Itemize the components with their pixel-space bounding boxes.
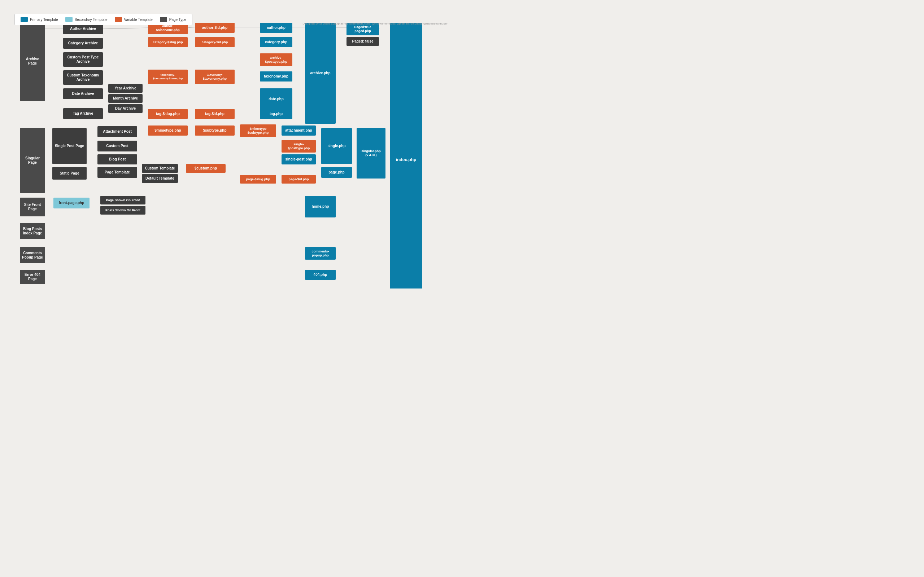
blog-posts-index-node: Blog Posts Index Page — [20, 223, 45, 239]
custom-post-type-archive-node: Custom Post Type Archive — [63, 52, 103, 67]
legend: Primary Template Secondary Template Vari… — [15, 14, 192, 25]
legend-variable-label: Variable Template — [124, 18, 153, 22]
single-post-php-node: single-post.php — [281, 154, 316, 164]
svg-line-10 — [188, 27, 195, 28]
404-php-node: 404.php — [305, 270, 336, 280]
legend-dark-color — [160, 17, 167, 22]
category-php-node: category.php — [260, 37, 292, 47]
legend-item-variable: Variable Template — [115, 17, 153, 22]
svg-line-33 — [379, 28, 390, 29]
custom-post-node: Custom Post — [97, 141, 137, 152]
default-template-node: Default Template — [142, 174, 178, 183]
svg-line-9 — [103, 28, 148, 29]
page-shown-on-front-node: Page Shown On Front — [100, 196, 145, 205]
page-template-node: Page Template — [97, 167, 137, 178]
single-post-page-node: Single Post Page — [52, 128, 87, 164]
category-id-node: category-$id.php — [195, 37, 234, 47]
attachment-post-node: Attachment Post — [97, 126, 137, 137]
legend-dark-label: Page Type — [169, 18, 187, 22]
day-archive-node: Day Archive — [108, 104, 142, 113]
taxonomy-tax-node: taxonomy- $taxonomy.php — [195, 69, 234, 84]
tag-id-node: tag-$id.php — [195, 109, 234, 119]
tag-slug-node: tag-$slug.php — [148, 109, 188, 119]
author-php-node: author.php — [260, 23, 292, 33]
footer-credit: Designed by Michelle Schulp at marktimem… — [302, 22, 447, 25]
singular-php-node: singular.php (v 4.3+) — [357, 128, 386, 179]
custom-template-node: Custom Template — [142, 164, 178, 173]
paged-false-node: Paged: false — [347, 37, 379, 46]
legend-item-secondary: Secondary Template — [65, 17, 108, 22]
legend-secondary-label: Secondary Template — [75, 18, 108, 22]
error-404-page-node: Error 404 Page — [20, 270, 45, 284]
attachment-php-node: attachment.php — [281, 126, 316, 135]
comments-popup-php-node: comments- popup.php — [305, 247, 336, 259]
blog-post-node: Blog Post — [97, 154, 137, 164]
subtype-php-node: $subtype.php — [195, 126, 234, 135]
page-php-node: page.php — [321, 167, 352, 178]
index-php-node: index.php — [390, 23, 422, 288]
comments-popup-page-node: Comments Popup Page — [20, 247, 45, 263]
page-id-node: page-$id.php — [281, 175, 316, 184]
home-php-node: home.php — [305, 196, 336, 218]
legend-variable-color — [115, 17, 122, 22]
taxonomy-php-node: taxonomy.php — [260, 71, 292, 82]
custom-php-node: $custom.php — [186, 164, 226, 173]
mimetype-php-node: $mimetype.php — [148, 126, 188, 135]
date-php-node: date.php — [260, 89, 292, 110]
legend-item-primary: Primary Template — [21, 17, 58, 22]
taxonomy-term-node: taxonomy- $taxonomy-$term.php — [148, 69, 188, 84]
archive-page-node: Archive Page — [20, 22, 45, 101]
single-php-node: single.php — [321, 128, 352, 164]
legend-primary-color — [21, 17, 28, 22]
singular-page-node: Singular Page — [20, 128, 45, 193]
tag-php-node: tag.php — [260, 109, 292, 119]
legend-item-dark: Page Type — [160, 17, 187, 22]
archive-php-node: archive.php — [305, 23, 336, 124]
page-slug-node: page-$slug.php — [240, 175, 276, 184]
single-posttype-node: single- $posttype.php — [281, 140, 316, 153]
custom-taxonomy-archive-node: Custom Taxonomy Archive — [63, 70, 103, 85]
front-page-php-node: front-page.php — [53, 198, 89, 208]
month-archive-node: Month Archive — [108, 94, 142, 103]
category-archive-node: Category Archive — [63, 38, 103, 49]
legend-primary-label: Primary Template — [30, 18, 58, 22]
diagram-container: Archive Page Author Archive Category Arc… — [0, 0, 462, 29]
category-slug-node: category-$slug.php — [148, 37, 188, 47]
archive-posttype-node: archive- $posttype.php — [260, 53, 292, 66]
author-id-node: author-$id.php — [195, 23, 234, 33]
site-front-page-node: Site Front Page — [20, 198, 45, 216]
static-page-node: Static Page — [52, 167, 87, 180]
posts-shown-on-front-node: Posts Shown On Front — [100, 206, 145, 214]
year-archive-node: Year Archive — [108, 84, 142, 93]
mimetype-subtype-node: $mimetype $subtype.php — [240, 124, 276, 137]
tag-archive-node: Tag Archive — [63, 108, 103, 119]
date-archive-node: Date Archive — [63, 89, 103, 99]
legend-secondary-color — [65, 17, 73, 22]
